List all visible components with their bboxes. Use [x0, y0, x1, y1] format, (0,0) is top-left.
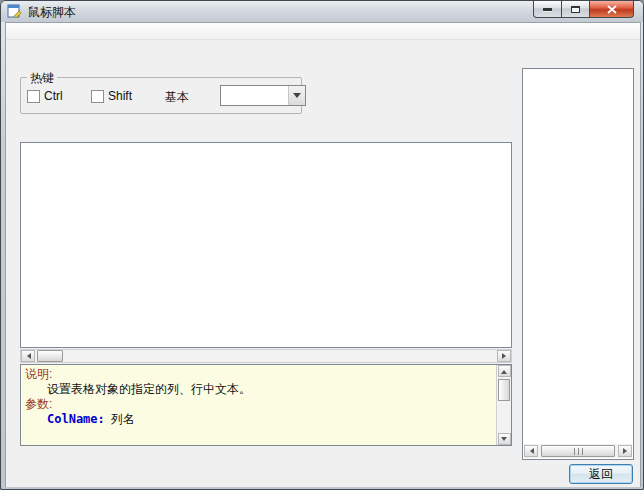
description-label: 说明: — [25, 367, 493, 382]
hotkey-dropdown-value — [221, 86, 288, 105]
param-name: ColName: — [47, 412, 105, 426]
description-text: 设置表格对象的指定的列、行中文本。 — [25, 382, 493, 397]
param-line: ColName:列名 — [25, 412, 493, 427]
scrollbar-thumb[interactable] — [541, 445, 615, 457]
basic-label: 基本 — [165, 89, 189, 106]
scroll-up-button[interactable] — [498, 365, 511, 377]
arrow-right-icon — [502, 353, 509, 359]
window-title: 鼠标脚本 — [28, 4, 76, 21]
param-desc: 列名 — [111, 412, 135, 426]
scroll-down-button[interactable] — [498, 433, 511, 445]
code-editor[interactable] — [20, 142, 512, 348]
shift-checkbox-label: Shift — [108, 89, 132, 103]
arrow-right-icon — [623, 448, 630, 454]
arrow-left-icon — [24, 353, 31, 359]
editor-horizontal-scrollbar[interactable] — [20, 349, 512, 363]
toolbar — [6, 41, 640, 65]
thumb-grip — [574, 448, 583, 455]
hotkey-group: 热键 Ctrl Shift 基本 — [20, 77, 302, 114]
minimize-button[interactable] — [533, 1, 562, 18]
help-panel: 说明: 设置表格对象的指定的列、行中文本。 参数: ColName:列名 — [20, 364, 512, 446]
scroll-left-button[interactable] — [21, 350, 35, 362]
close-icon — [607, 0, 617, 18]
ctrl-checkbox[interactable] — [27, 90, 40, 103]
scroll-right-button[interactable] — [618, 445, 632, 457]
bottom-tab-strip — [6, 445, 512, 462]
window-controls — [533, 1, 634, 18]
tree-horizontal-scrollbar[interactable] — [524, 444, 632, 458]
scrollbar-thumb[interactable] — [498, 379, 510, 401]
help-vertical-scrollbar[interactable] — [496, 365, 511, 445]
menu-bar — [6, 23, 640, 40]
maximize-icon — [571, 6, 580, 13]
return-button[interactable]: 返回 — [569, 464, 633, 484]
chevron-down-icon — [293, 93, 301, 102]
ctrl-checkbox-field: Ctrl — [27, 89, 63, 103]
hotkey-dropdown[interactable] — [220, 85, 306, 106]
maximize-button[interactable] — [562, 1, 589, 18]
dropdown-button[interactable] — [288, 86, 305, 105]
shift-checkbox[interactable] — [91, 90, 104, 103]
arrow-up-icon — [501, 367, 507, 374]
app-window: 鼠标脚本 热键 Ctrl Shift 基本 — [0, 0, 644, 490]
symbol-tree-panel — [522, 68, 634, 460]
client-area: 热键 Ctrl Shift 基本 — [5, 22, 641, 487]
close-button[interactable] — [589, 1, 634, 18]
app-icon — [7, 3, 23, 19]
scroll-right-button[interactable] — [497, 350, 511, 362]
params-label: 参数: — [25, 397, 493, 412]
scrollbar-thumb[interactable] — [37, 350, 63, 362]
titlebar[interactable]: 鼠标脚本 — [1, 1, 643, 22]
help-content: 说明: 设置表格对象的指定的列、行中文本。 参数: ColName:列名 — [25, 367, 493, 427]
scroll-left-button[interactable] — [524, 445, 538, 457]
arrow-left-icon — [527, 448, 534, 454]
tree-view — [523, 69, 633, 75]
ctrl-checkbox-label: Ctrl — [44, 89, 63, 103]
minimize-icon — [543, 8, 552, 11]
hotkey-group-label: 热键 — [27, 70, 57, 87]
arrow-down-icon — [501, 437, 507, 444]
shift-checkbox-field: Shift — [91, 89, 132, 103]
